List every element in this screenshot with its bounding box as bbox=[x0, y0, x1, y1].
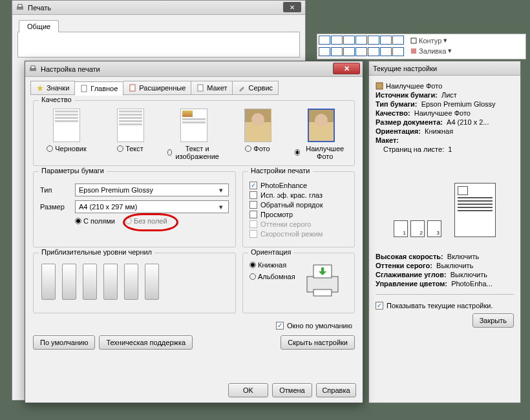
printer-illustration bbox=[302, 261, 343, 297]
quality-text[interactable]: Текст bbox=[104, 109, 157, 160]
tab-general[interactable]: Общие bbox=[19, 20, 59, 32]
paper-group: Параметры бумаги Тип Epson Premium Gloss… bbox=[33, 171, 236, 247]
shape-gallery[interactable] bbox=[319, 36, 404, 58]
print-titlebar: Печать ✕ bbox=[12, 1, 305, 15]
ink-cartridge bbox=[103, 264, 118, 300]
print-title: Печать bbox=[28, 4, 51, 12]
svg-rect-13 bbox=[313, 289, 332, 296]
radio-with-margins[interactable]: С полями bbox=[75, 217, 115, 225]
page-mini bbox=[427, 220, 441, 237]
page-icon bbox=[129, 84, 136, 92]
paper-type-label: Тип bbox=[40, 186, 70, 194]
print-settings-legend: Настройки печати bbox=[248, 167, 313, 174]
ink-cartridge bbox=[145, 264, 159, 300]
btn-defaults[interactable]: По умолчанию bbox=[33, 335, 95, 350]
ink-cartridge bbox=[83, 264, 97, 300]
chk-redeye[interactable]: Исп. эф. крас. глаз bbox=[249, 191, 348, 199]
ink-cartridge bbox=[124, 264, 138, 300]
outline-button[interactable]: Контур▾ bbox=[408, 36, 454, 45]
tab-icons[interactable]: Значки bbox=[30, 81, 75, 95]
radio-portrait[interactable]: Книжная bbox=[249, 261, 295, 269]
ink-group: Приблизительные уровни чернил bbox=[33, 253, 236, 313]
side-titlebar: Текущие настройки bbox=[369, 61, 520, 76]
btn-hide-settings[interactable]: Скрыть настройки bbox=[281, 335, 355, 350]
quality-group: Качество Черновик Текст Текст и изображе… bbox=[33, 100, 355, 166]
btn-help[interactable]: Справка bbox=[316, 383, 356, 397]
svg-rect-9 bbox=[198, 85, 203, 91]
dialog-tabs: Значки Главное Расширенные Макет Сервис bbox=[25, 77, 363, 95]
radio-landscape[interactable]: Альбомная bbox=[249, 273, 295, 280]
side-preset: Наилучшее Фото bbox=[386, 82, 442, 90]
chk-preview[interactable]: Просмотр bbox=[249, 211, 348, 218]
wrench-icon bbox=[238, 84, 246, 92]
tab-advanced[interactable]: Расширенные bbox=[123, 81, 191, 95]
ink-cartridge bbox=[41, 264, 56, 300]
page-mini bbox=[410, 220, 425, 237]
chk-grayscale: Оттенки серого bbox=[249, 220, 348, 228]
page-mini bbox=[394, 220, 408, 237]
svg-rect-0 bbox=[411, 38, 416, 43]
print-settings-group: Настройки печати PhotoEnhance Исп. эф. к… bbox=[242, 171, 355, 247]
outline-label: Контур bbox=[419, 37, 441, 45]
print-setup-dialog: Настройка печати ✕ Значки Главное Расшир… bbox=[25, 61, 363, 403]
chevron-down-icon: ▾ bbox=[216, 186, 226, 194]
tab-service[interactable]: Сервис bbox=[233, 81, 279, 95]
fill-label: Заливка bbox=[419, 47, 446, 55]
ink-legend: Приблизительные уровни чернил bbox=[39, 248, 154, 256]
paper-legend: Параметры бумаги bbox=[39, 167, 107, 174]
chk-default-window[interactable]: Окно по умолчанию bbox=[276, 322, 352, 330]
orientation-legend: Ориентация bbox=[248, 248, 293, 256]
layout-icon bbox=[196, 84, 204, 92]
chevron-down-icon: ▾ bbox=[216, 203, 226, 211]
svg-rect-7 bbox=[81, 85, 87, 92]
paper-type-select[interactable]: Epson Premium Glossy▾ bbox=[75, 184, 229, 196]
current-settings-panel: Текущие настройки Наилучшее Фото Источни… bbox=[368, 61, 521, 403]
btn-side-close[interactable]: Закрыть bbox=[472, 313, 514, 328]
orientation-group: Ориентация Книжная Альбомная bbox=[242, 253, 355, 313]
chk-reverse[interactable]: Обратный порядок bbox=[249, 201, 348, 209]
radio-borderless[interactable]: Без полей bbox=[125, 217, 167, 225]
photo-icon bbox=[376, 82, 383, 90]
chk-show-current[interactable]: Показывать текущие настройки. bbox=[376, 302, 514, 310]
quality-legend: Качество bbox=[39, 96, 74, 103]
tab-main[interactable]: Главное bbox=[75, 81, 123, 96]
quality-draft[interactable]: Черновик bbox=[40, 109, 93, 160]
dialog-titlebar: Настройка печати ✕ bbox=[25, 61, 363, 77]
svg-rect-8 bbox=[130, 85, 135, 91]
svg-rect-14 bbox=[376, 83, 383, 89]
printer-icon bbox=[16, 4, 24, 12]
page-icon bbox=[80, 85, 88, 92]
btn-cancel[interactable]: Отмена bbox=[272, 383, 312, 397]
tab-layout[interactable]: Макет bbox=[191, 81, 233, 95]
svg-rect-5 bbox=[31, 66, 35, 68]
svg-rect-1 bbox=[411, 48, 416, 54]
page-preview bbox=[454, 183, 496, 237]
dialog-title: Настройка печати bbox=[41, 65, 100, 73]
chk-speed: Скоростной режим bbox=[249, 230, 348, 238]
btn-ok[interactable]: OK bbox=[228, 383, 268, 397]
chk-photoenhance[interactable]: PhotoEnhance bbox=[249, 182, 348, 189]
layout-preview bbox=[376, 166, 514, 237]
btn-support[interactable]: Техническая поддержка bbox=[99, 335, 193, 350]
ink-cartridge bbox=[62, 264, 76, 300]
dialog-close[interactable]: ✕ bbox=[333, 63, 360, 74]
star-icon bbox=[36, 84, 44, 92]
quality-best[interactable]: Наилучшее Фото bbox=[295, 109, 348, 160]
print-close[interactable]: ✕ bbox=[283, 2, 301, 12]
paper-size-select[interactable]: A4 (210 x 297 мм)▾ bbox=[75, 200, 229, 213]
printer-icon bbox=[29, 65, 37, 73]
quality-photo[interactable]: Фото bbox=[231, 109, 284, 160]
quality-textimage[interactable]: Текст и изображение bbox=[167, 109, 220, 160]
fill-button[interactable]: Заливка▾ bbox=[408, 46, 454, 56]
ribbon-shapes: Контур▾ Заливка▾ bbox=[317, 34, 526, 59]
svg-marker-6 bbox=[37, 85, 43, 91]
svg-rect-3 bbox=[18, 5, 22, 7]
paper-size-label: Размер bbox=[40, 203, 70, 211]
